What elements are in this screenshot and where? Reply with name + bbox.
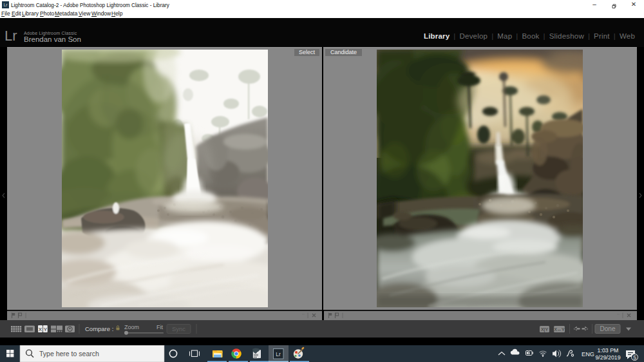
svg-text:Zoom: Zoom [124, 324, 139, 330]
svg-text:Done: Done [600, 325, 616, 332]
svg-text:Y: Y [44, 327, 48, 332]
svg-text:X|Y: X|Y [541, 327, 548, 332]
svg-text:Lr: Lr [276, 351, 281, 357]
svg-text:9/29/2019: 9/29/2019 [595, 354, 620, 361]
svg-text:X: X [39, 327, 43, 332]
svg-text:1:03 PM: 1:03 PM [598, 347, 619, 354]
svg-text:Sync: Sync [172, 325, 185, 332]
svg-text:Compare :: Compare : [85, 325, 113, 332]
svg-text:Fit: Fit [156, 324, 163, 330]
svg-text:Type here to search: Type here to search [39, 350, 99, 357]
svg-text:ENG: ENG [582, 351, 594, 357]
svg-text:5: 5 [633, 354, 636, 361]
svg-text:X↔Y: X↔Y [554, 327, 565, 332]
